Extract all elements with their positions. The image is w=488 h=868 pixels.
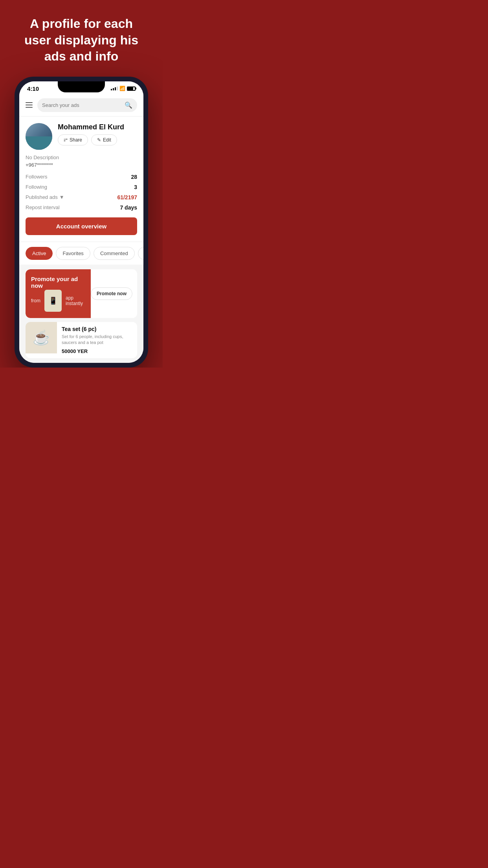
ad-description: Set for 6 people, including cups, saucer… — [62, 334, 132, 346]
chevron-down-icon: ▼ — [59, 194, 64, 200]
ads-section: Promote your ad now from 📱 app instantly… — [19, 265, 143, 363]
tab-liked[interactable]: Liked — [138, 247, 143, 260]
following-row: Following 3 — [26, 182, 137, 192]
battery-icon — [127, 86, 136, 91]
tab-active[interactable]: Active — [26, 247, 53, 260]
promote-image: 📱 — [44, 290, 62, 312]
ad-image: ☕ — [26, 322, 57, 353]
ad-price: 50000 YER — [62, 348, 132, 354]
ad-title: Tea set (6 pc) — [62, 326, 132, 332]
promote-subtitle: from 📱 app instantly — [31, 290, 85, 312]
account-overview-button[interactable]: Account overview — [26, 217, 137, 235]
wifi-icon: 📶 — [119, 86, 125, 91]
profile-info: Mohammed El Kurd ⥂ Share ✎ Edit — [58, 123, 137, 145]
published-ads-value: 61/2197 — [117, 194, 137, 200]
tab-favorites[interactable]: Favorites — [56, 247, 90, 260]
edit-button[interactable]: ✎ Edit — [91, 134, 117, 145]
phone-mockup: 4:10 📶 — [15, 77, 148, 368]
app-header: 🔍 — [19, 94, 143, 116]
profile-section: Mohammed El Kurd ⥂ Share ✎ Edit No Descr… — [19, 117, 143, 241]
share-label: Share — [70, 137, 82, 143]
following-label: Following — [26, 184, 47, 190]
share-icon: ⥂ — [64, 137, 68, 143]
promote-banner: Promote your ad now from 📱 app instantly… — [26, 269, 137, 318]
published-ads-row[interactable]: Published ads ▼ 61/2197 — [26, 192, 137, 202]
repost-interval-label: Repost interval — [26, 204, 60, 210]
profile-phone: +967******** — [26, 162, 137, 168]
tabs-section: Active Favorites Commented Liked — [19, 242, 143, 265]
ad-card: ☕ Tea set (6 pc) Set for 6 people, inclu… — [26, 322, 137, 358]
edit-icon: ✎ — [97, 137, 101, 143]
tea-cup-icon: ☕ — [33, 329, 50, 346]
ad-info: Tea set (6 pc) Set for 6 people, includi… — [57, 322, 137, 358]
repost-interval-value: 7 days — [120, 204, 137, 211]
signal-icon — [111, 86, 118, 90]
avatar — [26, 123, 52, 150]
hero-text: A profile for each user displaying his a… — [0, 0, 163, 77]
search-input[interactable] — [42, 102, 121, 108]
stats-table: Followers 28 Following 3 Published ads ▼… — [26, 172, 137, 213]
status-bar: 4:10 📶 — [19, 81, 143, 94]
promote-now-button[interactable]: Promote now — [91, 287, 132, 300]
followers-value: 28 — [131, 174, 137, 180]
share-button[interactable]: ⥂ Share — [58, 134, 88, 145]
search-icon[interactable]: 🔍 — [125, 101, 132, 109]
followers-label: Followers — [26, 174, 48, 180]
profile-name: Mohammed El Kurd — [58, 123, 137, 131]
promote-title: Promote your ad now — [31, 276, 85, 289]
status-time: 4:10 — [27, 85, 39, 92]
promote-left: Promote your ad now from 📱 app instantly — [26, 269, 91, 318]
notch — [58, 81, 105, 92]
phone-screen: 4:10 📶 — [19, 81, 143, 363]
search-bar[interactable]: 🔍 — [37, 98, 137, 112]
tab-commented[interactable]: Commented — [94, 247, 135, 260]
published-ads-label: Published ads ▼ — [26, 194, 64, 200]
edit-label: Edit — [103, 137, 111, 143]
profile-actions: ⥂ Share ✎ Edit — [58, 134, 137, 145]
profile-top: Mohammed El Kurd ⥂ Share ✎ Edit — [26, 123, 137, 150]
profile-description: No Description — [26, 154, 137, 160]
status-icons: 📶 — [111, 86, 136, 91]
following-value: 3 — [134, 184, 137, 190]
followers-row: Followers 28 — [26, 172, 137, 182]
repost-interval-row: Repost interval 7 days — [26, 202, 137, 213]
menu-icon[interactable] — [26, 102, 33, 108]
